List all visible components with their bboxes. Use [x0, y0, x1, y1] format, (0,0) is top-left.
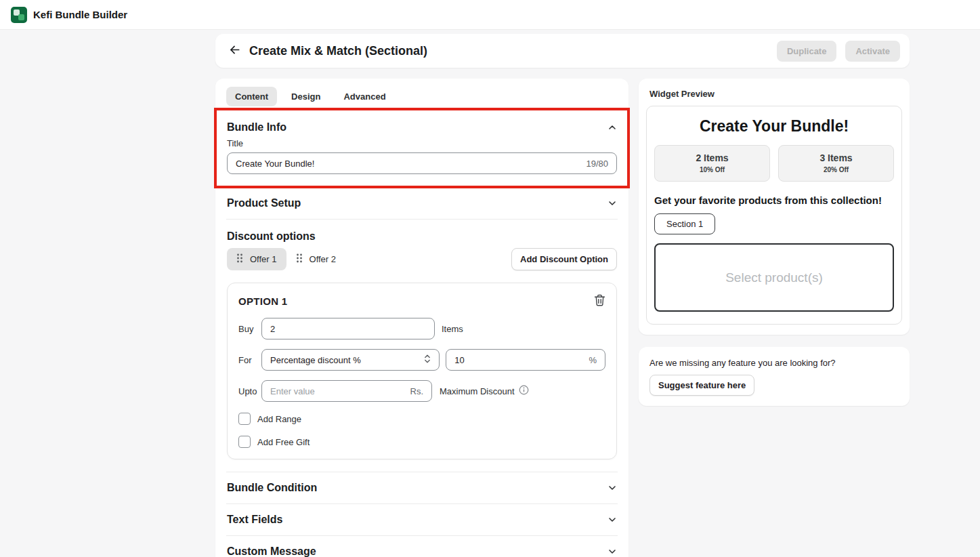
chevron-down-icon	[608, 483, 617, 493]
buy-input-wrap	[261, 318, 435, 339]
app-name: Kefi Bundle Builder	[33, 9, 127, 20]
offer-tab-1[interactable]: Offer 1	[227, 248, 286, 270]
right-column: Widget Preview Create Your Bundle! 2 Ite…	[639, 79, 910, 406]
activate-button[interactable]: Activate	[845, 41, 900, 62]
offer-tab-label: Offer 1	[250, 254, 277, 264]
buy-row: Buy Items	[238, 318, 605, 339]
discount-type-select[interactable]: Percentage discount %	[261, 349, 440, 371]
topbar: Kefi Bundle Builder	[0, 0, 980, 30]
preview-subheading: Get your favorite products from this col…	[654, 194, 894, 206]
bundle-condition-header[interactable]: Bundle Condition	[226, 472, 618, 504]
tier-off-label: 10% Off	[655, 166, 769, 173]
add-free-gift-row: Add Free Gift	[238, 436, 605, 448]
select-stepper-icon	[424, 354, 431, 366]
discount-type-value: Percentage discount %	[270, 355, 361, 365]
chevron-down-icon	[608, 199, 617, 208]
add-free-gift-checkbox[interactable]	[238, 436, 251, 448]
tier-items-label: 2 Items	[655, 152, 769, 163]
tier-option-1[interactable]: 2 Items 10% Off	[654, 145, 770, 182]
tab-design[interactable]: Design	[282, 87, 329, 106]
offer-tab-2[interactable]: Offer 2	[286, 248, 346, 270]
bundle-condition-heading: Bundle Condition	[227, 482, 317, 494]
currency-suffix: Rs.	[405, 386, 424, 396]
max-discount-value-input[interactable]	[270, 386, 405, 396]
chevron-down-icon	[608, 547, 617, 556]
buy-quantity-input[interactable]	[270, 324, 426, 334]
chevron-down-icon	[608, 515, 617, 524]
items-label: Items	[442, 324, 463, 334]
text-fields-heading: Text Fields	[227, 514, 282, 526]
app-logo-icon	[11, 7, 27, 23]
tier-off-label: 20% Off	[779, 166, 893, 173]
bundle-info-header[interactable]: Bundle Info	[227, 121, 617, 133]
custom-message-header[interactable]: Custom Message	[226, 536, 618, 557]
select-products-box[interactable]: Select product(s)	[654, 243, 894, 312]
arrow-left-icon	[228, 43, 241, 58]
max-discount-caption: Maximum Discount	[440, 385, 529, 397]
editor-panel: Content Design Advanced Bundle Info Titl…	[215, 79, 629, 557]
trash-icon	[594, 294, 605, 308]
add-range-checkbox[interactable]	[238, 413, 251, 425]
discount-options-section: Discount options Offer 1	[226, 220, 618, 472]
bundle-info-section: Bundle Info Title 19/80	[226, 106, 618, 188]
feature-feedback-card: Are we missing any feature you are looki…	[639, 347, 910, 406]
tier-row: 2 Items 10% Off 3 Items 20% Off	[654, 145, 894, 182]
upto-row: Upto Rs. Maximum Discount	[238, 380, 605, 402]
tier-items-label: 3 Items	[779, 152, 893, 163]
title-char-counter: 19/80	[586, 159, 608, 169]
tier-option-2[interactable]: 3 Items 20% Off	[778, 145, 894, 182]
add-free-gift-label: Add Free Gift	[257, 437, 310, 447]
info-icon[interactable]	[519, 385, 529, 397]
widget-preview-label: Widget Preview	[646, 89, 902, 99]
page-header: Create Mix & Match (Sectional) Duplicate…	[215, 34, 910, 68]
widget-preview-frame: Create Your Bundle! 2 Items 10% Off 3 It…	[646, 106, 902, 325]
select-products-placeholder: Select product(s)	[725, 270, 823, 285]
title-field-label: Title	[227, 138, 617, 148]
add-discount-option-button[interactable]: Add Discount Option	[511, 248, 617, 270]
header-actions: Duplicate Activate	[777, 41, 900, 62]
discount-amount-input[interactable]	[454, 355, 583, 365]
feedback-question: Are we missing any feature you are looki…	[649, 358, 899, 368]
section-1-button[interactable]: Section 1	[654, 213, 715, 234]
offers-row: Offer 1 Offer 2 Add Discount Option	[227, 248, 617, 270]
offer-tab-label: Offer 2	[310, 254, 337, 264]
product-setup-heading: Product Setup	[227, 197, 301, 209]
widget-preview-card: Widget Preview Create Your Bundle! 2 Ite…	[639, 79, 910, 335]
back-button[interactable]	[225, 41, 244, 60]
discount-amount-wrap: %	[446, 349, 605, 371]
discount-options-heading: Discount options	[227, 230, 617, 243]
delete-option-button[interactable]	[594, 294, 605, 308]
buy-label: Buy	[238, 324, 261, 334]
drag-handle-icon	[236, 253, 243, 265]
duplicate-button[interactable]: Duplicate	[777, 41, 837, 62]
custom-message-heading: Custom Message	[227, 545, 316, 557]
tab-content[interactable]: Content	[226, 87, 277, 106]
max-discount-label: Maximum Discount	[440, 386, 515, 396]
suggest-feature-button[interactable]: Suggest feature here	[649, 375, 754, 396]
title-input[interactable]	[236, 159, 586, 169]
product-setup-header[interactable]: Product Setup	[226, 188, 618, 220]
add-range-row: Add Range	[238, 413, 605, 425]
for-row: For Percentage discount % %	[238, 349, 605, 371]
title-input-wrap: 19/80	[227, 152, 617, 174]
page-content: Create Mix & Match (Sectional) Duplicate…	[215, 34, 910, 557]
discount-option-card: OPTION 1	[227, 283, 617, 459]
option-title: OPTION 1	[238, 295, 287, 307]
for-label: For	[238, 355, 261, 365]
tab-advanced[interactable]: Advanced	[335, 87, 394, 106]
text-fields-header[interactable]: Text Fields	[226, 504, 618, 536]
add-range-label: Add Range	[257, 414, 301, 424]
editor-tabs: Content Design Advanced	[226, 79, 618, 106]
drag-handle-icon	[296, 253, 303, 265]
preview-heading: Create Your Bundle!	[654, 117, 894, 136]
upto-label: Upto	[238, 386, 261, 396]
page-title: Create Mix & Match (Sectional)	[249, 44, 427, 58]
bundle-info-heading: Bundle Info	[227, 121, 286, 133]
chevron-up-icon	[608, 123, 617, 132]
percent-suffix: %	[583, 355, 597, 365]
upto-input-wrap: Rs.	[261, 380, 432, 402]
